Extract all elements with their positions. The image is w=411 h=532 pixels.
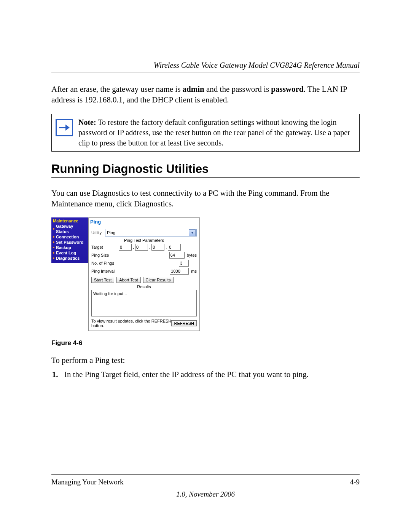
diagnostics-panel: Ping Utility Ping ▾ Ping Test Parameters… [88, 217, 200, 331]
sidebar-item-diagnostics[interactable]: Diagnostics [53, 256, 87, 261]
sidebar-item-label: Diagnostics [56, 256, 80, 261]
dot: . [149, 245, 150, 249]
sidebar-item-gateway-status[interactable]: Gateway Status [53, 224, 87, 234]
section-rule [51, 177, 360, 178]
dot: . [133, 245, 134, 249]
target-label: Target [91, 245, 119, 249]
ping-size-input[interactable]: 64 [169, 252, 185, 259]
ping-count-input[interactable]: 3 [179, 260, 189, 267]
footer-page-number: 4-9 [350, 478, 360, 486]
paragraph-ping-intro: To perform a Ping test: [51, 355, 360, 366]
sidebar-title: Maintenance [53, 219, 87, 223]
sidebar-item-set-password[interactable]: Set Password [53, 240, 87, 245]
paragraph-after-erase: After an erase, the gateway user name is… [51, 84, 360, 105]
section-heading: Running Diagnostic Utilities [51, 162, 360, 176]
footer-chapter: Managing Your Network [51, 478, 123, 486]
sidebar-item-label: Event Log [56, 250, 76, 256]
start-test-button[interactable]: Start Test [91, 277, 114, 283]
panel-title: Ping [89, 218, 107, 226]
target-ip-3[interactable]: 0 [151, 244, 164, 251]
note-label: Note: [78, 118, 96, 126]
note-box: Note: To restore the factory default con… [51, 114, 360, 152]
footer-version: 1.0, November 2006 [51, 490, 360, 498]
sidebar-item-label: Set Password [56, 240, 83, 245]
dot: . [166, 245, 167, 249]
abort-test-button[interactable]: Abort Test [116, 277, 140, 283]
text: After an erase, the gateway user name is [51, 85, 183, 94]
utility-select[interactable]: Ping ▾ [105, 229, 197, 236]
target-ip-1[interactable]: 0 [119, 244, 132, 251]
sidebar-item-backup[interactable]: Backup [53, 245, 87, 250]
text: and the password is [204, 85, 271, 94]
results-box: Waiting for input... [91, 290, 197, 316]
sidebar-item-event-log[interactable]: Event Log [53, 250, 87, 256]
ping-interval-input[interactable]: 1000 [170, 268, 189, 275]
note-body: To restore the factory default configura… [78, 118, 350, 147]
results-title: Results [91, 284, 197, 289]
bold-admin: admin [183, 85, 204, 94]
sidebar-item-label: Gateway Status [56, 224, 87, 234]
sidebar-item-label: Connection [56, 234, 79, 240]
bold-password: password [271, 85, 303, 94]
page-footer: Managing Your Network 4-9 1.0, November … [51, 474, 360, 498]
params-title: Ping Test Parameters [91, 238, 197, 243]
figure-caption: Figure 4-6 [51, 339, 360, 347]
arrow-right-icon [56, 119, 73, 136]
ping-interval-unit: ms [191, 269, 197, 273]
figure-4-6: Maintenance Gateway Status Connection Se… [51, 217, 360, 331]
refresh-hint: To view result updates, click the REFRES… [91, 319, 171, 328]
sidebar-item-label: Backup [56, 245, 71, 250]
utility-value: Ping [107, 230, 115, 235]
footer-rule [51, 474, 360, 475]
target-ip-2[interactable]: 0 [135, 244, 148, 251]
ping-size-unit: bytes [187, 253, 197, 257]
maintenance-sidebar: Maintenance Gateway Status Connection Se… [51, 217, 88, 263]
step-1: In the Ping Target field, enter the IP a… [62, 369, 360, 380]
note-text: Note: To restore the factory default con… [78, 117, 355, 148]
ping-count-label: No. of Pings [91, 261, 119, 265]
target-ip-4[interactable]: 0 [168, 244, 181, 251]
ping-interval-label: Ping Interval [91, 269, 119, 273]
sidebar-item-connection[interactable]: Connection [53, 234, 87, 240]
paragraph-diagnostics-intro: You can use Diagnostics to test connecti… [51, 188, 360, 209]
doc-header: Wireless Cable Voice Gateway Model CVG82… [51, 61, 360, 72]
utility-label: Utility [91, 230, 105, 235]
ping-size-label: Ping Size [91, 253, 119, 257]
chevron-down-icon: ▾ [189, 229, 196, 236]
steps-list: In the Ping Target field, enter the IP a… [51, 369, 360, 380]
clear-results-button[interactable]: Clear Results [143, 277, 174, 283]
refresh-button[interactable]: REFRESH [171, 320, 197, 326]
